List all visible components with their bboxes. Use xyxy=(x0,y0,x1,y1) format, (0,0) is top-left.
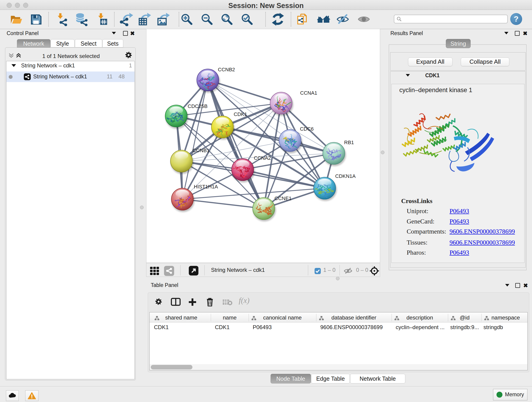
svg-text:CCNB1: CCNB1 xyxy=(192,148,210,153)
svg-text:HIST1H1A: HIST1H1A xyxy=(194,184,218,190)
svg-text:CDKN1A: CDKN1A xyxy=(335,173,356,179)
svg-text:CDK1: CDK1 xyxy=(234,111,247,117)
svg-text:CCNB2: CCNB2 xyxy=(218,67,235,72)
svg-text:CDC6: CDC6 xyxy=(300,126,314,132)
svg-text:CCNA1: CCNA1 xyxy=(300,90,317,96)
svg-text:CCNE1: CCNE1 xyxy=(274,196,292,201)
svg-text:CDC25B: CDC25B xyxy=(188,103,208,109)
svg-text:CCNA2: CCNA2 xyxy=(254,155,271,161)
svg-text:RB1: RB1 xyxy=(344,140,354,145)
